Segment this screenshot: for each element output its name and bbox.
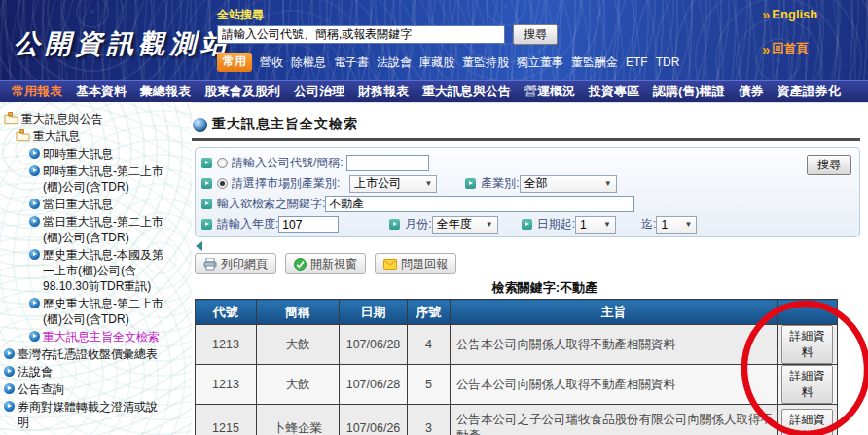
sidebar-item-material-info[interactable]: 重大訊息 bbox=[16, 128, 192, 144]
sidebar-item-today-news-tdr[interactable]: 當日重大訊息-第二上市(櫃)公司(含TDR) bbox=[29, 214, 192, 245]
printer-icon bbox=[203, 258, 217, 271]
sidebar-item-broker-clarification[interactable]: 券商對媒體轉載之澄清或說明 bbox=[4, 399, 192, 430]
cell-name: 大飲 bbox=[257, 365, 340, 405]
main-nav: 常用報表 基本資料 彙總報表 股東會及股利 公司治理 財務報表 重大訊息與公告 … bbox=[0, 80, 868, 102]
industry-label: 產業別: bbox=[481, 175, 519, 192]
double-chevron-icon: » bbox=[762, 42, 768, 56]
sidebar-item-realtime-news[interactable]: 即時重大訊息 bbox=[29, 146, 192, 162]
table-row: 1215 卜蜂企業 107/06/26 3 公告本公司之子公司瑞牧食品股份有限公… bbox=[196, 405, 838, 435]
home-link[interactable]: » 回首頁 bbox=[762, 41, 809, 57]
day-from-select[interactable]: 1 ▼ bbox=[575, 216, 616, 234]
hot-link-etf[interactable]: ETF bbox=[626, 55, 648, 69]
nav-item-summary-reports[interactable]: 彙總報表 bbox=[140, 83, 191, 100]
detail-button[interactable]: 詳細資料 bbox=[781, 365, 833, 404]
cell-seq: 5 bbox=[408, 365, 451, 405]
col-header-subject: 主旨 bbox=[451, 300, 778, 325]
arrow-bullet-icon bbox=[29, 298, 40, 308]
nav-item-investment[interactable]: 投資專區 bbox=[589, 83, 639, 100]
hot-link-revenue[interactable]: 營收 bbox=[260, 54, 283, 71]
folder-icon bbox=[16, 129, 30, 142]
market-select[interactable]: 上市公司 ▼ bbox=[349, 175, 437, 193]
hot-link-treasury[interactable]: 庫藏股 bbox=[419, 54, 454, 71]
english-link[interactable]: » English bbox=[762, 7, 817, 21]
print-page-button[interactable]: 列印網頁 bbox=[195, 253, 276, 274]
cell-name: 大飲 bbox=[257, 325, 340, 365]
nav-item-warrants[interactable]: 認購(售)權證 bbox=[653, 83, 725, 100]
company-code-input[interactable] bbox=[346, 155, 429, 171]
nav-item-material-info[interactable]: 重大訊息與公告 bbox=[422, 83, 511, 100]
chevron-down-icon: ▼ bbox=[603, 220, 611, 229]
industry-select[interactable]: 全部 ▼ bbox=[520, 175, 617, 193]
chevron-down-icon: ▼ bbox=[424, 179, 432, 188]
hot-link-shareholding[interactable]: 董監持股 bbox=[462, 54, 509, 71]
col-header-seq: 序號 bbox=[408, 300, 451, 325]
table-row: 1213 大飲 107/06/28 4 公告本公司向關係人取得不動產相關資料 詳… bbox=[196, 325, 838, 365]
nav-item-securitization[interactable]: 資產證券化 bbox=[778, 83, 841, 100]
cell-subject: 公告本公司向關係人取得不動產相關資料 bbox=[451, 365, 778, 405]
hot-link-tdr[interactable]: TDR bbox=[656, 55, 680, 69]
chevron-down-icon: ▼ bbox=[684, 220, 692, 229]
sidebar-item-history-news-domestic[interactable]: 歷史重大訊息-本國及第一上市(櫃)公司(含98.10.30前TDR重訊) bbox=[29, 247, 192, 294]
keyword-input[interactable] bbox=[325, 196, 634, 212]
month-select[interactable]: 全年度 ▼ bbox=[432, 216, 498, 234]
nav-item-shareholders[interactable]: 股東會及股利 bbox=[204, 83, 280, 100]
check-circle-icon bbox=[294, 258, 307, 271]
detail-button[interactable]: 詳細資料 bbox=[781, 409, 833, 435]
cell-subject: 公告本公司向關係人取得不動產相關資料 bbox=[451, 325, 778, 365]
form-row-keyword: 輸入欲檢索之關鍵字: bbox=[201, 194, 851, 214]
nav-item-governance[interactable]: 公司治理 bbox=[294, 83, 344, 100]
form-row-date: 請輸入年度: 月份: 全年度 ▼ 日期起: 1 ▼ 迄: 1 ▼ bbox=[201, 214, 851, 235]
market-radio[interactable] bbox=[217, 178, 228, 189]
cell-code: 1215 bbox=[196, 405, 257, 435]
envelope-icon bbox=[383, 259, 397, 270]
cell-date: 107/06/28 bbox=[340, 325, 408, 365]
form-search-button[interactable]: 搜尋 bbox=[807, 155, 851, 175]
hot-link-conference[interactable]: 法說會 bbox=[377, 54, 412, 71]
nav-item-financial[interactable]: 財務報表 bbox=[358, 83, 409, 100]
form-row-company-code: 請輸入公司代號/簡稱: bbox=[201, 153, 851, 173]
arrow-square-icon bbox=[201, 199, 212, 209]
arrow-square-icon bbox=[522, 219, 532, 230]
folder-icon bbox=[4, 112, 18, 125]
arrow-bullet-icon bbox=[29, 199, 40, 209]
year-input[interactable] bbox=[278, 216, 339, 233]
site-search-input[interactable] bbox=[217, 25, 505, 44]
hot-link-remuneration[interactable]: 董監酬金 bbox=[571, 54, 618, 71]
sidebar-item-today-news[interactable]: 當日重大訊息 bbox=[29, 197, 192, 212]
site-logo[interactable]: 公開資訊觀測站 bbox=[14, 26, 232, 61]
sidebar-item-tdr-closing-price[interactable]: 臺灣存託憑證收盤價彙總表 bbox=[4, 346, 192, 362]
table-row: 1213 大飲 107/06/28 5 公告本公司向關係人取得不動產相關資料 詳… bbox=[196, 365, 838, 405]
day-to-select[interactable]: 1 ▼ bbox=[656, 216, 697, 234]
nav-item-operations[interactable]: 營運概況 bbox=[524, 83, 575, 100]
sidebar-item-realtime-news-tdr[interactable]: 即時重大訊息-第二上市(櫃)公司(含TDR) bbox=[29, 163, 192, 195]
sidebar-item-material-info-root[interactable]: 重大訊息與公告 bbox=[4, 111, 192, 127]
feedback-button[interactable]: 問題回報 bbox=[375, 253, 456, 274]
arrow-square-icon bbox=[201, 158, 212, 168]
nav-item-common-reports[interactable]: 常用報表 bbox=[12, 83, 62, 100]
hot-link-independent[interactable]: 獨立董事 bbox=[517, 54, 563, 71]
arrow-bullet-icon bbox=[29, 165, 40, 176]
arrow-square-icon bbox=[201, 219, 212, 230]
detail-button[interactable]: 詳細資料 bbox=[781, 325, 833, 364]
arrow-bullet-icon bbox=[29, 148, 40, 159]
sidebar-item-fulltext-search[interactable]: 重大訊息主旨全文檢索 bbox=[29, 329, 192, 344]
hot-link-exdividend[interactable]: 除權息 bbox=[291, 54, 326, 71]
keyword-label: 輸入欲檢索之關鍵字: bbox=[217, 196, 325, 212]
table-header-row: 代號 簡稱 日期 序號 主旨 bbox=[196, 300, 838, 325]
main-content: 重大訊息主旨全文檢索 請輸入公司代號/簡稱: 請選擇市場別產業別: 上市公司 ▼… bbox=[192, 102, 868, 435]
hot-link-ebook[interactable]: 電子書 bbox=[334, 54, 369, 71]
mops-page: 公開資訊觀測站 全站搜尋 搜尋 常用 營收 除權息 電子書 法說會 庫藏股 董監… bbox=[0, 0, 868, 435]
open-new-window-button[interactable]: 開新視窗 bbox=[285, 253, 366, 274]
arrow-square-icon bbox=[201, 178, 212, 189]
sidebar-item-history-news-tdr[interactable]: 歷史重大訊息-第二上市(櫃)公司(含TDR) bbox=[29, 296, 192, 327]
arrow-bullet-icon bbox=[4, 401, 15, 412]
site-search-button[interactable]: 搜尋 bbox=[513, 24, 558, 45]
nav-item-basic-data[interactable]: 基本資料 bbox=[76, 83, 127, 100]
nav-item-bonds[interactable]: 債券 bbox=[739, 83, 764, 100]
arrow-bullet-icon bbox=[4, 383, 15, 394]
chevron-down-icon: ▼ bbox=[486, 220, 493, 229]
arrow-square-icon bbox=[389, 219, 400, 230]
company-code-radio[interactable] bbox=[217, 158, 228, 168]
sidebar-item-investor-conference[interactable]: 法說會 bbox=[4, 364, 192, 380]
sidebar-item-announcement-query[interactable]: 公告查詢 bbox=[4, 381, 192, 397]
